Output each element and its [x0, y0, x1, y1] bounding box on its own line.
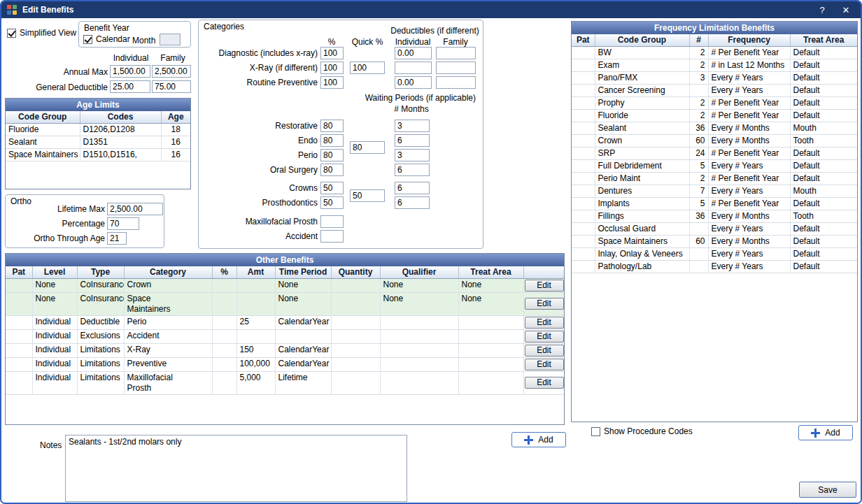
cell — [380, 343, 458, 357]
cell: 2 — [689, 96, 708, 109]
crowns-percent-input[interactable] — [320, 182, 344, 194]
age-limit-row[interactable]: SealantD135116 — [6, 136, 190, 148]
annual-max-individual-input[interactable] — [110, 65, 150, 78]
other-benefit-row[interactable]: IndividualLimitationsMaxillofacial Prost… — [6, 371, 564, 394]
frequency-row[interactable]: Exam2# in Last 12 MonthsDefault — [572, 59, 857, 71]
edit-button[interactable]: Edit — [525, 359, 564, 370]
crowns-months-input[interactable] — [395, 182, 430, 194]
calendar-checkbox-label: Calendar — [96, 34, 130, 44]
maxillofacial-percent-input[interactable] — [320, 215, 344, 228]
other-benefit-row[interactable]: IndividualLimitationsPreventive100,000Ca… — [6, 357, 564, 371]
cell — [331, 371, 380, 394]
xray-percent-input[interactable] — [320, 62, 344, 74]
cell: Space Maintainers — [124, 292, 212, 315]
xray-quick-percent-input[interactable] — [350, 62, 385, 74]
edit-button[interactable]: Edit — [525, 298, 564, 310]
perio-label: Perio — [199, 150, 318, 160]
help-button[interactable]: ? — [810, 1, 834, 18]
frequency-row[interactable]: Full Debridement5Every # YearsDefault — [572, 159, 857, 172]
frequency-row[interactable]: Fillings36Every # MonthsTooth — [572, 210, 857, 222]
simplified-view-checkbox[interactable]: Simplified View — [7, 28, 76, 38]
cell: Sealant — [595, 122, 689, 134]
cell-text: Maxillofacial Prosth — [127, 373, 183, 394]
ortho-lifetime-max-label: Lifetime Max — [7, 204, 105, 214]
annual-max-family-input[interactable] — [152, 65, 191, 78]
routine-preventive-label: Routine Preventive — [199, 78, 318, 87]
perio-percent-input[interactable] — [320, 149, 344, 161]
frequency-row[interactable]: Prophy2# Per Benefit YearDefault — [572, 96, 857, 109]
oral-surgery-percent-input[interactable] — [320, 164, 344, 176]
other-benefit-row[interactable]: NoneCoInsuranceCrownNoneNoneNoneEdit — [6, 278, 564, 292]
frequency-title: Frequency Limitation Benefits — [572, 22, 857, 34]
other-benefit-row[interactable]: IndividualExclusionsAccidentEdit — [6, 329, 564, 343]
diagnostic-deductible-individual-input[interactable] — [395, 47, 432, 59]
frequency-row[interactable]: SRP24# Per Benefit YearDefault — [572, 147, 857, 159]
cell: 24 — [689, 147, 708, 159]
endo-months-input[interactable] — [395, 134, 430, 147]
other-benefit-row[interactable]: IndividualLimitationsX-Ray150CalendarYea… — [6, 343, 564, 357]
frequency-row[interactable]: Sealant36Every # MonthsMouth — [572, 122, 857, 134]
add-other-benefit-button[interactable]: Add — [511, 432, 566, 447]
cell: None — [380, 292, 458, 315]
oral-surgery-label: Oral Surgery — [199, 165, 318, 175]
show-procedure-codes-checkbox[interactable]: Show Procedure Codes — [591, 426, 693, 436]
prosthodontics-percent-input[interactable] — [320, 196, 344, 209]
xray-deductible-family-input[interactable] — [436, 62, 476, 74]
ortho-percentage-input[interactable] — [107, 217, 139, 230]
major-quick-percent-input[interactable] — [350, 189, 385, 202]
cell: D1206,D1208 — [80, 123, 161, 136]
add-frequency-button[interactable]: Add — [798, 425, 853, 440]
restorative-percent-input[interactable] — [320, 120, 344, 132]
frequency-row[interactable]: Inlay, Onlay & VeneersEvery # YearsDefau… — [572, 247, 857, 260]
cell: Tooth — [790, 134, 857, 147]
edit-button[interactable]: Edit — [525, 280, 564, 291]
maxillofacial-label: Maxillofacial Prosth — [199, 217, 318, 226]
close-button[interactable]: ✕ — [834, 1, 858, 18]
edit-button[interactable]: Edit — [525, 331, 564, 343]
other-benefit-row[interactable]: NoneCoInsuranceSpace MaintainersNoneNone… — [6, 292, 564, 315]
cell: Limitations — [77, 371, 124, 394]
age-limit-row[interactable]: Space MaintainersD1510,D1516,16 — [6, 148, 190, 161]
frequency-row[interactable]: Dentures7Every # YearsMouth — [572, 185, 857, 197]
basic-quick-percent-input[interactable] — [350, 141, 385, 154]
general-deductible-family-input[interactable] — [152, 80, 191, 93]
accident-percent-input[interactable] — [320, 230, 344, 243]
notes-textarea[interactable]: Sealants - 1st/2nd molars only — [65, 435, 407, 502]
ortho-groupbox: Ortho Lifetime Max Percentage Ortho Thro… — [5, 194, 164, 248]
other-benefit-row[interactable]: IndividualDeductiblePerio25CalendarYearE… — [6, 315, 564, 329]
frequency-row[interactable]: Pathology/LabEvery # YearsDefault — [572, 260, 857, 273]
general-deductible-individual-input[interactable] — [110, 80, 150, 93]
frequency-row[interactable]: Cancer ScreeningEvery # YearsDefault — [572, 84, 857, 96]
routine-preventive-deductible-family-input[interactable] — [436, 76, 476, 89]
routine-preventive-percent-input[interactable] — [320, 76, 344, 89]
frequency-row[interactable]: Space Maintainers60Every # MonthsDefault — [572, 235, 857, 247]
frequency-row[interactable]: Pano/FMX3Every # YearsDefault — [572, 71, 857, 84]
cell — [331, 343, 380, 357]
perio-months-input[interactable] — [395, 149, 430, 161]
calendar-checkbox[interactable]: Calendar — [83, 34, 130, 44]
routine-preventive-deductible-individual-input[interactable] — [395, 76, 432, 89]
edit-button[interactable]: Edit — [525, 377, 564, 389]
cell — [331, 278, 380, 292]
ortho-lifetime-max-input[interactable] — [107, 203, 163, 215]
restorative-months-input[interactable] — [395, 120, 430, 132]
age-limit-row[interactable]: FluorideD1206,D120818 — [6, 123, 190, 136]
diagnostic-percent-input[interactable] — [320, 47, 344, 59]
prosthodontics-months-input[interactable] — [395, 196, 430, 209]
ortho-through-age-input[interactable] — [107, 232, 127, 245]
save-button[interactable]: Save — [799, 482, 856, 498]
frequency-row[interactable]: Implants5# Per Benefit YearDefault — [572, 197, 857, 210]
column-header: % — [212, 266, 236, 278]
xray-deductible-individual-input[interactable] — [395, 62, 432, 74]
frequency-row[interactable]: Fluoride2# Per Benefit YearDefault — [572, 109, 857, 122]
edit-button[interactable]: Edit — [525, 345, 564, 357]
cell: 36 — [689, 122, 708, 134]
endo-percent-input[interactable] — [320, 134, 344, 147]
frequency-row[interactable]: Occlusal GuardEvery # YearsDefault — [572, 222, 857, 235]
frequency-row[interactable]: Crown60Every # MonthsTooth — [572, 134, 857, 147]
diagnostic-deductible-family-input[interactable] — [436, 47, 476, 59]
edit-button[interactable]: Edit — [525, 317, 564, 329]
frequency-row[interactable]: Perio Maint2# Per Benefit YearDefault — [572, 172, 857, 185]
oral-surgery-months-input[interactable] — [395, 164, 430, 176]
frequency-row[interactable]: BW2# Per Benefit YearDefault — [572, 46, 857, 59]
